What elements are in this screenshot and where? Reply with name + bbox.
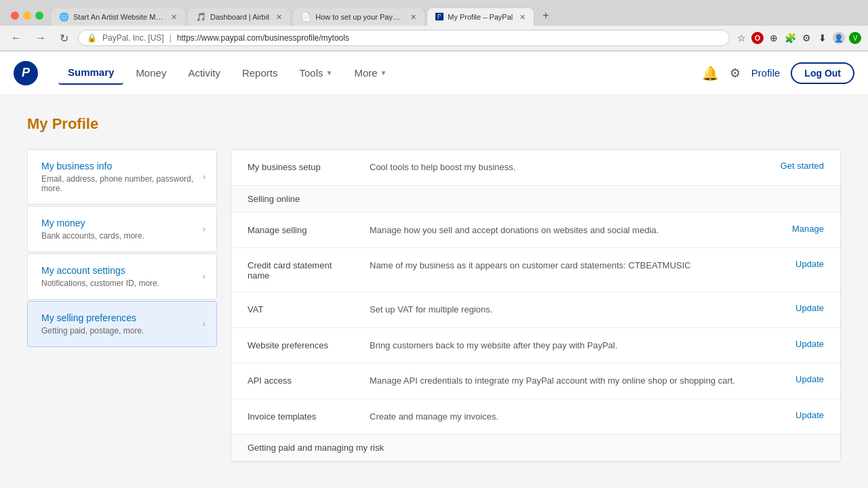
browser-tab-3[interactable]: 📄 How to set up your PayPal ac... ✕: [292, 7, 425, 26]
business-setup-row: My business setup Cool tools to help boo…: [231, 150, 840, 186]
back-button[interactable]: ←: [7, 30, 26, 45]
vat-action[interactable]: Update: [795, 303, 824, 313]
credit-card-statement-label: Credit card statement name: [248, 259, 356, 281]
nav-link-summary-label: Summary: [68, 66, 114, 78]
selling-preferences-chevron-icon: ›: [203, 319, 205, 329]
nav-link-reports-label: Reports: [242, 67, 278, 79]
sidebar-item-business-info-desc: Email, address, phone number, password, …: [41, 174, 203, 193]
tab-close-3[interactable]: ✕: [410, 13, 416, 22]
traffic-lights: [5, 12, 49, 20]
address-bar[interactable]: 🔒 PayPal, Inc. [US] | https://www.paypal…: [78, 30, 730, 46]
nav-link-tools-label: Tools: [299, 67, 323, 79]
profile-layout: My business info Email, address, phone n…: [27, 149, 841, 462]
paypal-app: P Summary Money Activity Reports Tools ▼…: [0, 52, 868, 488]
logout-button[interactable]: Log Out: [791, 62, 854, 84]
profile-content: My business setup Cool tools to help boo…: [231, 149, 841, 462]
tab-favicon-1: 🌐: [59, 12, 69, 22]
more-chevron-icon: ▼: [380, 69, 387, 77]
sidebar-item-selling-preferences-desc: Getting paid, postage, more.: [41, 326, 203, 336]
tab-favicon-3: 📄: [301, 12, 311, 22]
nav-right: 🔔 ⚙ Profile Log Out: [702, 62, 854, 84]
tab-close-4[interactable]: ✕: [519, 13, 526, 22]
nav-link-more[interactable]: More ▼: [344, 62, 396, 84]
notification-bell-icon[interactable]: 🔔: [702, 65, 719, 81]
getting-paid-header: Getting paid and managing my risk: [231, 434, 840, 462]
browser-tab-2[interactable]: 🎵 Dashboard | Airbit ✕: [187, 7, 291, 26]
tab-close-2[interactable]: ✕: [276, 13, 282, 22]
vat-desc: Set up VAT for multiple regions.: [370, 303, 782, 317]
minimize-button[interactable]: [23, 12, 31, 20]
fullscreen-button[interactable]: [35, 12, 43, 20]
nav-link-money[interactable]: Money: [126, 62, 176, 84]
invoice-templates-action[interactable]: Update: [795, 410, 824, 420]
invoice-templates-label: Invoice templates: [248, 410, 356, 422]
manage-selling-label: Manage selling: [248, 224, 356, 235]
tab-favicon-2: 🎵: [196, 12, 206, 22]
nav-link-summary[interactable]: Summary: [58, 61, 123, 85]
account-icon[interactable]: 👤: [833, 32, 845, 44]
vpn-icon[interactable]: V: [849, 32, 861, 44]
sidebar-item-selling-preferences[interactable]: My selling preferences Getting paid, pos…: [27, 301, 217, 347]
settings-gear-icon[interactable]: ⚙: [730, 66, 741, 81]
row-credit-card-statement: Credit card statement name Name of my bu…: [231, 248, 840, 292]
paypal-logo-icon: P: [14, 61, 38, 85]
website-preferences-label: Website preferences: [248, 339, 356, 350]
business-setup-action[interactable]: Get started: [781, 161, 824, 171]
nav-link-money-label: Money: [136, 67, 166, 79]
nav-link-reports[interactable]: Reports: [233, 62, 288, 84]
star-icon[interactable]: ☆: [735, 32, 747, 44]
nav-link-more-label: More: [354, 67, 377, 79]
paypal-logo[interactable]: P: [14, 61, 38, 85]
toolbar-icons: ☆ O ⊕ 🧩 ⚙ ⬇ 👤 V: [735, 32, 861, 44]
nav-profile-link[interactable]: Profile: [751, 67, 781, 79]
browser-toolbar: ← → ↻ 🔒 PayPal, Inc. [US] | https://www.…: [0, 26, 868, 51]
nav-links: Summary Money Activity Reports Tools ▼ M…: [58, 61, 702, 85]
address-company: PayPal, Inc. [US]: [102, 33, 164, 43]
page-title: My Profile: [27, 115, 841, 133]
browser-tab-4[interactable]: 🅿 My Profile – PayPal ✕: [427, 7, 534, 26]
business-setup-desc: Cool tools to help boost my business.: [370, 161, 767, 174]
tab-favicon-4: 🅿: [435, 12, 443, 22]
row-vat: VAT Set up VAT for multiple regions. Upd…: [231, 292, 840, 328]
refresh-button[interactable]: ↻: [56, 30, 73, 46]
sidebar-item-account-settings[interactable]: My account settings Notifications, custo…: [27, 253, 217, 300]
money-chevron-icon: ›: [203, 224, 205, 234]
nav-link-activity[interactable]: Activity: [178, 62, 230, 84]
credit-card-statement-action[interactable]: Update: [795, 259, 824, 269]
tab-close-1[interactable]: ✕: [171, 13, 177, 22]
new-tab-button[interactable]: +: [536, 5, 555, 26]
tab-title-2: Dashboard | Airbit: [210, 13, 269, 21]
row-api-access: API access Manage API credentials to int…: [231, 363, 840, 399]
manage-selling-action[interactable]: Manage: [792, 224, 824, 234]
layers-icon[interactable]: ⊕: [768, 32, 780, 44]
website-preferences-action[interactable]: Update: [795, 339, 824, 349]
logo-letter: P: [22, 66, 30, 80]
tab-title-4: My Profile – PayPal: [448, 13, 513, 21]
close-button[interactable]: [11, 12, 19, 20]
api-access-desc: Manage API credentials to integrate my P…: [370, 374, 782, 388]
forward-button[interactable]: →: [31, 30, 50, 45]
address-separator: |: [170, 33, 172, 43]
tab-title-1: Start An Artist Website Mini C...: [73, 13, 164, 21]
api-access-action[interactable]: Update: [795, 374, 824, 384]
invoice-templates-desc: Create and manage my invoices.: [370, 410, 782, 424]
sidebar-item-business-info-title: My business info: [41, 161, 203, 171]
tools-icon[interactable]: ⚙: [800, 32, 812, 44]
extension-icon[interactable]: 🧩: [784, 32, 796, 44]
sidebar-item-selling-preferences-title: My selling preferences: [41, 312, 203, 323]
sidebar-item-money-title: My money: [41, 218, 203, 228]
sidebar-item-money[interactable]: My money Bank accounts, cards, more. ›: [27, 206, 217, 252]
credit-card-statement-desc: Name of my business as it appears on cus…: [370, 259, 782, 272]
tools-chevron-icon: ▼: [326, 69, 332, 77]
lock-icon: 🔒: [87, 33, 97, 43]
business-info-chevron-icon: ›: [203, 172, 205, 182]
business-setup-label: My business setup: [248, 161, 356, 172]
sidebar-item-business-info[interactable]: My business info Email, address, phone n…: [27, 149, 217, 205]
manage-selling-desc: Manage how you sell and accept donations…: [370, 224, 778, 237]
browser-tab-1[interactable]: 🌐 Start An Artist Website Mini C... ✕: [50, 7, 186, 26]
opera-icon[interactable]: O: [751, 32, 764, 44]
download-icon[interactable]: ⬇: [816, 32, 829, 44]
address-url: https://www.paypal.com/businessprofile/m…: [177, 33, 349, 43]
row-invoice-templates: Invoice templates Create and manage my i…: [231, 399, 840, 435]
nav-link-tools[interactable]: Tools ▼: [290, 62, 342, 84]
